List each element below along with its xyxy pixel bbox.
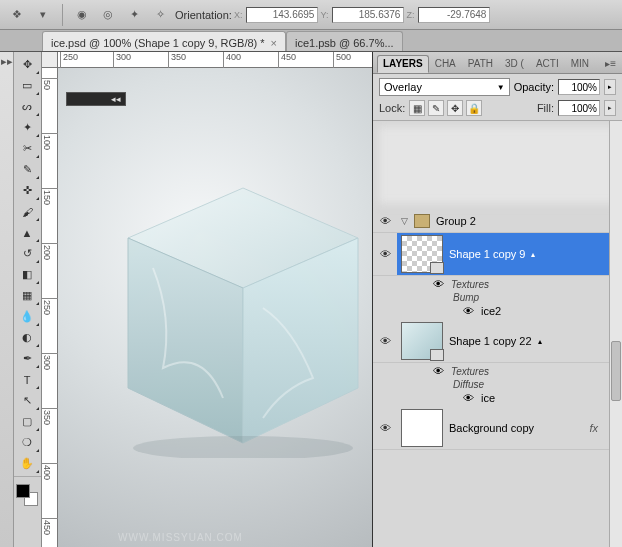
tab-3d[interactable]: 3D (	[499, 55, 530, 73]
lock-pixels-icon[interactable]: ✎	[428, 100, 444, 116]
canvas[interactable]: ◂◂	[58, 68, 372, 547]
marquee-tool[interactable]: ▭	[14, 75, 40, 96]
lock-icons: ▦ ✎ ✥ 🔒	[409, 100, 482, 116]
visibility-icon[interactable]: 👁	[433, 278, 445, 290]
expand-icon[interactable]: ▸▸	[1, 56, 13, 66]
opacity-field[interactable]	[558, 79, 600, 95]
ruler-vertical[interactable]: 50 100 150 200 250 300 350 400 450	[42, 68, 58, 547]
heal-tool[interactable]: ✜	[14, 180, 40, 201]
tab-paths[interactable]: PATH	[462, 55, 499, 73]
layer-shape-9[interactable]: 👁 Shape 1 copy 9 ▴	[373, 233, 622, 276]
ruler-origin[interactable]	[42, 52, 58, 68]
dodge-tool[interactable]: ◐	[14, 327, 40, 348]
layers-list: 👁 ▽ Group 2 👁 Shape 1 copy 9 ▴ 👁Textures…	[373, 121, 622, 547]
fill-field[interactable]	[558, 100, 600, 116]
ice-cube-artwork	[113, 178, 372, 458]
ruler-tick: 400	[223, 52, 241, 68]
tab-layers[interactable]: LAYERS	[377, 55, 429, 73]
doc-tab-active[interactable]: ice.psd @ 100% (Shape 1 copy 9, RGB/8) *…	[42, 31, 286, 51]
lock-position-icon[interactable]: ✥	[447, 100, 463, 116]
mesh-icon-3[interactable]: ✦	[123, 4, 145, 26]
ruler-horizontal[interactable]: 250 300 350 400 450 500	[58, 52, 372, 68]
gradient-tool[interactable]: ▦	[14, 285, 40, 306]
move-tool[interactable]: ✥	[14, 54, 40, 75]
visibility-icon[interactable]: 👁	[433, 365, 445, 377]
ruler-tick: 250	[60, 52, 78, 68]
fill-caret[interactable]: ▸	[604, 100, 616, 116]
layer-group[interactable]: 👁 ▽ Group 2	[373, 209, 622, 233]
layer-thumbnail[interactable]	[401, 235, 443, 273]
options-bar: ❖ ▾ ◉ ◎ ✦ ✧ Orientation: X: Y: Z:	[0, 0, 622, 30]
layer-name[interactable]: Shape 1 copy 22	[449, 335, 532, 347]
workarea: ▸▸ ✥ ▭ ᔕ ✦ ✂ ✎ ✜ 🖌 ▲ ↺ ◧ ▦ 💧 ◐ ✒ T ↖ ▢ ❍…	[0, 52, 622, 547]
canvas-widget[interactable]: ◂◂	[66, 92, 126, 106]
x-field[interactable]	[246, 7, 318, 23]
visibility-icon[interactable]: 👁	[373, 215, 397, 227]
opacity-caret[interactable]: ▸	[604, 79, 616, 95]
eyedropper-tool[interactable]: ✎	[14, 159, 40, 180]
foreground-color[interactable]	[16, 484, 30, 498]
brush-tool[interactable]: 🖌	[14, 201, 40, 222]
disclosure-icon[interactable]: ▽	[401, 216, 408, 226]
tab-actions[interactable]: ACTI	[530, 55, 565, 73]
layer-name[interactable]: Shape 1 copy 9	[449, 248, 525, 260]
panel-menu-icon[interactable]: ▸≡	[599, 55, 622, 73]
layer-sublist: 👁Textures Diffuse 👁ice	[373, 363, 622, 407]
visibility-icon[interactable]: 👁	[463, 305, 475, 317]
layer-background-copy[interactable]: 👁 Background copy fx ▾	[373, 407, 622, 450]
layer-thumbnail[interactable]	[401, 322, 443, 360]
doc-tab-inactive[interactable]: ice1.psb @ 66.7%...	[286, 31, 403, 51]
y-field[interactable]	[332, 7, 404, 23]
layer-name[interactable]: Group 2	[436, 215, 476, 227]
fill-label: Fill:	[537, 102, 554, 114]
scrollbar[interactable]	[609, 121, 622, 547]
texture-name[interactable]: ice	[481, 392, 495, 404]
visibility-icon[interactable]: 👁	[463, 392, 475, 404]
ruler-tick: 50	[42, 78, 58, 90]
3d-tool[interactable]: ❍	[14, 432, 40, 453]
pen-tool[interactable]: ✒	[14, 348, 40, 369]
collapse-icon[interactable]: ▴	[538, 337, 542, 346]
stamp-tool[interactable]: ▲	[14, 222, 40, 243]
color-swatches[interactable]	[14, 482, 40, 508]
shape-tool[interactable]: ▢	[14, 411, 40, 432]
z-label: Z:	[406, 10, 414, 20]
tab-mini[interactable]: MIN	[565, 55, 595, 73]
history-brush-tool[interactable]: ↺	[14, 243, 40, 264]
lasso-tool[interactable]: ᔕ	[14, 96, 40, 117]
ruler-tick: 350	[42, 408, 58, 425]
mesh-icon-1[interactable]: ◉	[71, 4, 93, 26]
lock-all-icon[interactable]: 🔒	[466, 100, 482, 116]
mesh-icon-2[interactable]: ◎	[97, 4, 119, 26]
texture-name[interactable]: ice2	[481, 305, 501, 317]
fx-badge[interactable]: fx	[589, 422, 598, 434]
visibility-icon[interactable]: 👁	[373, 248, 397, 260]
layer-shape-22[interactable]: 👁 Shape 1 copy 22 ▴	[373, 320, 622, 363]
panel-collapse-strip[interactable]: ▸▸	[0, 52, 14, 547]
z-field[interactable]	[418, 7, 490, 23]
blend-mode-dropdown[interactable]: Overlay ▼	[379, 78, 510, 96]
dropdown-caret-icon[interactable]: ▾	[32, 4, 54, 26]
blur-tool[interactable]: 💧	[14, 306, 40, 327]
visibility-icon[interactable]: 👁	[373, 335, 397, 347]
type-tool[interactable]: T	[14, 369, 40, 390]
layer-thumbnail[interactable]	[401, 409, 443, 447]
scrollbar-thumb[interactable]	[611, 341, 621, 401]
lock-transparency-icon[interactable]: ▦	[409, 100, 425, 116]
hand-tool[interactable]: ✋	[14, 453, 40, 474]
visibility-icon[interactable]: 👁	[373, 422, 397, 434]
mesh-icon-4[interactable]: ✧	[149, 4, 171, 26]
eraser-tool[interactable]: ◧	[14, 264, 40, 285]
tab-channels[interactable]: CHA	[429, 55, 462, 73]
rewind-icon[interactable]: ◂◂	[111, 94, 121, 104]
crop-tool[interactable]: ✂	[14, 138, 40, 159]
layer-name[interactable]: Background copy	[449, 422, 534, 434]
collapse-icon[interactable]: ▴	[531, 250, 535, 259]
close-icon[interactable]: ×	[271, 37, 277, 49]
path-tool[interactable]: ↖	[14, 390, 40, 411]
wand-tool[interactable]: ✦	[14, 117, 40, 138]
ruler-tick: 350	[168, 52, 186, 68]
doc-tab-label: ice.psd @ 100% (Shape 1 copy 9, RGB/8) *	[51, 37, 265, 49]
tool-preset-icon[interactable]: ❖	[6, 4, 28, 26]
blurred-layers	[377, 125, 618, 205]
